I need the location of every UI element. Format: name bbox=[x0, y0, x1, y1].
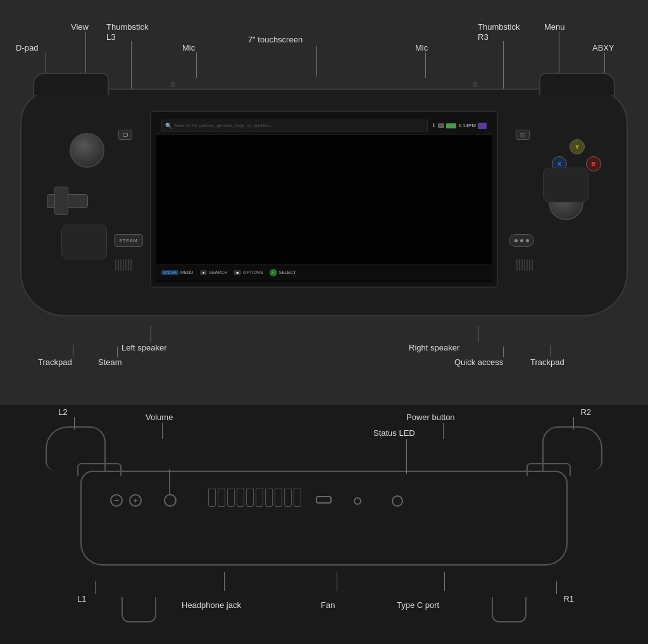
label-r1: R1 bbox=[563, 594, 574, 604]
select-label: SELECT bbox=[279, 270, 296, 275]
menu-button[interactable] bbox=[516, 130, 530, 140]
label-left-speaker: Left speaker bbox=[122, 343, 167, 352]
button-y[interactable]: Y bbox=[570, 139, 585, 154]
label-mic-l: Mic bbox=[182, 43, 195, 53]
deck-front-body: Y X B A STEAM bbox=[20, 73, 628, 319]
menu-label: MENU bbox=[180, 270, 194, 275]
volume-minus[interactable]: − bbox=[110, 494, 123, 507]
steam-button[interactable]: STEAM bbox=[114, 234, 143, 247]
options-label: OPTIONS bbox=[243, 270, 263, 275]
search-bar[interactable]: 🔍 Search for games, genres, tags, or pro… bbox=[161, 120, 428, 132]
label-l1: L1 bbox=[77, 594, 86, 604]
label-thumbstick-l3: ThumbstickL3 bbox=[106, 22, 148, 42]
label-status-led: Status LED bbox=[373, 428, 415, 438]
status-led bbox=[354, 497, 361, 505]
mic-right bbox=[473, 82, 477, 87]
thumbstick-left[interactable] bbox=[70, 133, 104, 168]
deck-bottom-body: − + bbox=[80, 471, 568, 566]
screen-main-area bbox=[156, 135, 492, 264]
power-button[interactable] bbox=[392, 495, 403, 507]
options-btn: ■ OPTIONS bbox=[234, 270, 263, 275]
dpad-vertical[interactable] bbox=[54, 187, 68, 215]
fan-grille bbox=[208, 488, 301, 507]
label-l2: L2 bbox=[58, 407, 67, 417]
usbc-port[interactable] bbox=[316, 496, 332, 504]
label-view: View bbox=[71, 22, 89, 32]
label-volume: Volume bbox=[146, 412, 173, 422]
label-trackpad-l: Trackpad bbox=[38, 357, 72, 367]
search-label: SEARCH bbox=[209, 270, 227, 275]
screen-time: 1:14PM bbox=[458, 123, 476, 128]
label-thumbstick-r3: ThumbstickR3 bbox=[478, 22, 520, 42]
steam-menu-btn: STEAM MENU bbox=[161, 270, 194, 275]
search-btn: ● SEARCH bbox=[200, 270, 228, 275]
left-speaker bbox=[115, 259, 132, 271]
label-abxy: ABXY bbox=[592, 43, 614, 53]
deck-bottom-view: − + bbox=[39, 426, 609, 629]
foot-left bbox=[122, 597, 156, 622]
label-menu: Menu bbox=[544, 22, 565, 32]
label-steam: Steam bbox=[98, 357, 122, 367]
label-r2: R2 bbox=[580, 407, 591, 417]
button-b[interactable]: B bbox=[586, 156, 601, 171]
label-dpad: D-pad bbox=[16, 43, 38, 53]
label-power-button: Power button bbox=[406, 412, 455, 422]
label-touchscreen: 7" touchscreen bbox=[248, 35, 302, 44]
screen[interactable]: 🔍 Search for games, genres, tags, or pro… bbox=[156, 117, 492, 282]
headphone-jack[interactable] bbox=[164, 494, 177, 507]
bottom-section: − + bbox=[0, 405, 648, 644]
status-area: ⬇ 1:14PM bbox=[432, 123, 487, 129]
label-headphone-jack: Headphone jack bbox=[182, 600, 241, 610]
screen-bottom-bar: STEAM MENU ● SEARCH ■ OPTIONS A SELECT bbox=[156, 264, 492, 280]
label-fan: Fan bbox=[321, 600, 335, 610]
view-button[interactable] bbox=[118, 130, 132, 140]
trackpad-left[interactable] bbox=[61, 225, 107, 259]
search-text: Search for games, genres, tags, or profi… bbox=[174, 123, 274, 128]
foot-right bbox=[492, 597, 526, 622]
screen-bezel: 🔍 Search for games, genres, tags, or pro… bbox=[150, 111, 498, 288]
select-btn: A SELECT bbox=[270, 269, 296, 276]
mic-left bbox=[171, 82, 175, 87]
label-quick-access: Quick access bbox=[454, 357, 503, 367]
right-speaker bbox=[516, 259, 533, 271]
label-trackpad-r: Trackpad bbox=[530, 357, 564, 367]
label-right-speaker: Right speaker bbox=[409, 343, 459, 352]
label-mic-r: Mic bbox=[415, 43, 428, 53]
trackpad-right[interactable] bbox=[543, 168, 589, 202]
volume-plus[interactable]: + bbox=[129, 494, 142, 507]
label-type-c: Type C port bbox=[397, 600, 439, 610]
top-section: D-pad View ThumbstickL3 Mic 7" touchscre… bbox=[0, 0, 648, 405]
quick-access-button[interactable] bbox=[509, 234, 534, 247]
